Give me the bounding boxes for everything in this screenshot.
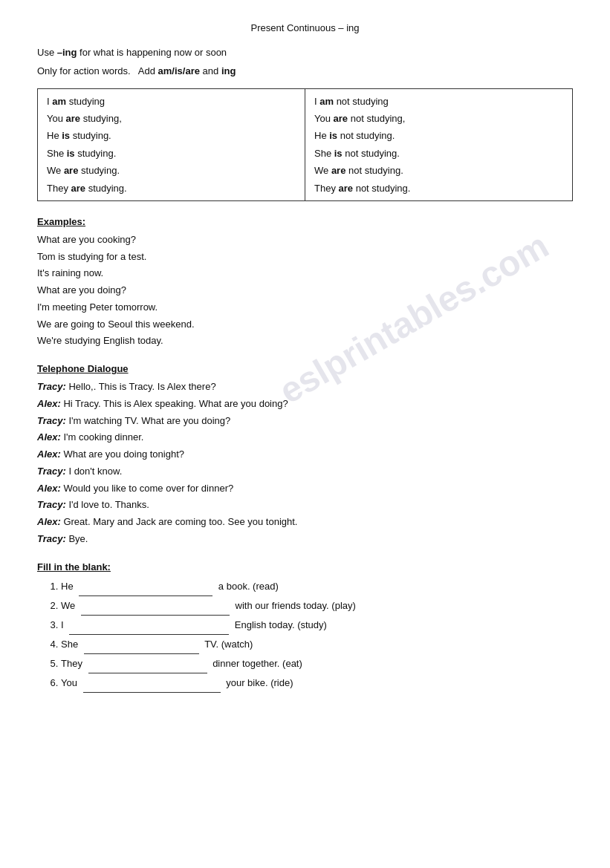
fill-blank-item-3: I English today. (study) bbox=[61, 616, 573, 635]
fill-blank-item-5: They dinner together. (eat) bbox=[61, 654, 573, 673]
speaker-alex-5: Alex: bbox=[37, 516, 61, 527]
blank-6 bbox=[83, 692, 221, 693]
dialogue-line-10: Tracy: Bye. bbox=[37, 531, 573, 548]
dialogue-line-9: Alex: Great. Mary and Jack are coming to… bbox=[37, 514, 573, 531]
example-5: I'm meeting Peter tomorrow. bbox=[37, 299, 573, 316]
neg-line-4: She is not studying. bbox=[314, 145, 563, 162]
dialogue-line-1: Tracy: Hello,. This is Tracy. Is Alex th… bbox=[37, 379, 573, 396]
neg-line-3: He is not studying. bbox=[314, 127, 563, 144]
fill-blank-item-2: We with our friends today. (play) bbox=[61, 596, 573, 616]
neg-line-5: We are not studying. bbox=[314, 162, 563, 179]
speaker-alex-3: Alex: bbox=[37, 448, 61, 460]
example-4: What are you doing? bbox=[37, 282, 573, 299]
fill-blank-item-4: She TV. (watch) bbox=[61, 635, 573, 654]
affirmative-col: I am studying You are studying, He is st… bbox=[38, 88, 305, 200]
negative-col: I am not studying You are not studying, … bbox=[305, 88, 573, 200]
aff-line-1: I am studying bbox=[47, 93, 296, 110]
dialogue-section: Telephone Dialogue Tracy: Hello,. This i… bbox=[37, 363, 573, 548]
page-title: Present Continuous – ing bbox=[37, 22, 573, 33]
intro-line-1: Use –ing for what is happening now or so… bbox=[37, 45, 573, 61]
speaker-tracy-4: Tracy: bbox=[37, 499, 66, 510]
example-2: Tom is studying for a test. bbox=[37, 249, 573, 266]
grammar-table: I am studying You are studying, He is st… bbox=[37, 88, 573, 201]
aff-line-4: She is studying. bbox=[47, 145, 296, 162]
speaker-tracy-5: Tracy: bbox=[37, 533, 66, 544]
fill-blank-item-1: He a book. (read) bbox=[61, 577, 573, 596]
dialogue-line-7: Alex: Would you like to come over for di… bbox=[37, 480, 573, 497]
neg-line-6: They are not studying. bbox=[314, 180, 563, 197]
dialogue-line-2: Alex: Hi Tracy. This is Alex speaking. W… bbox=[37, 396, 573, 413]
dialogue-line-8: Tracy: I'd love to. Thanks. bbox=[37, 497, 573, 514]
neg-line-2: You are not studying, bbox=[314, 110, 563, 127]
speaker-tracy-2: Tracy: bbox=[37, 415, 66, 426]
example-6: We are going to Seoul this weekend. bbox=[37, 316, 573, 333]
speaker-tracy-1: Tracy: bbox=[37, 381, 66, 392]
example-1: What are you cooking? bbox=[37, 232, 573, 249]
examples-title: Examples: bbox=[37, 216, 573, 227]
intro-bold-ing2: ing bbox=[221, 65, 236, 76]
speaker-tracy-3: Tracy: bbox=[37, 466, 66, 477]
example-7: We're studying English today. bbox=[37, 333, 573, 350]
dialogue-line-3: Tracy: I'm watching TV. What are you doi… bbox=[37, 413, 573, 430]
dialogue-title: Telephone Dialogue bbox=[37, 363, 573, 374]
aff-line-6: They are studying. bbox=[47, 180, 296, 197]
intro-line-2: Only for action words. Add am/is/are and… bbox=[37, 64, 573, 79]
grammar-row-1: I am studying You are studying, He is st… bbox=[38, 88, 573, 200]
fill-blank-title: Fill in the blank: bbox=[37, 561, 573, 572]
example-3: It's raining now. bbox=[37, 265, 573, 282]
speaker-alex-4: Alex: bbox=[37, 483, 61, 494]
fill-blank-item-6: You your bike. (ride) bbox=[61, 673, 573, 693]
fill-blank-section: Fill in the blank: He a book. (read) We … bbox=[37, 561, 573, 693]
aff-line-5: We are studying. bbox=[47, 162, 296, 179]
speaker-alex-2: Alex: bbox=[37, 431, 61, 443]
intro-bold-ing: –ing bbox=[57, 47, 77, 58]
dialogue-line-6: Tracy: I don't know. bbox=[37, 463, 573, 480]
speaker-alex-1: Alex: bbox=[37, 398, 61, 409]
intro-bold-amis: am/is/are bbox=[158, 65, 200, 76]
fill-blank-list: He a book. (read) We with our friends to… bbox=[37, 577, 573, 693]
aff-line-2: You are studying, bbox=[47, 110, 296, 127]
aff-line-3: He is studying. bbox=[47, 127, 296, 144]
examples-section: Examples: What are you cooking? Tom is s… bbox=[37, 216, 573, 350]
dialogue-line-5: Alex: What are you doing tonight? bbox=[37, 446, 573, 463]
neg-line-1: I am not studying bbox=[314, 93, 563, 110]
dialogue-line-4: Alex: I'm cooking dinner. bbox=[37, 429, 573, 446]
